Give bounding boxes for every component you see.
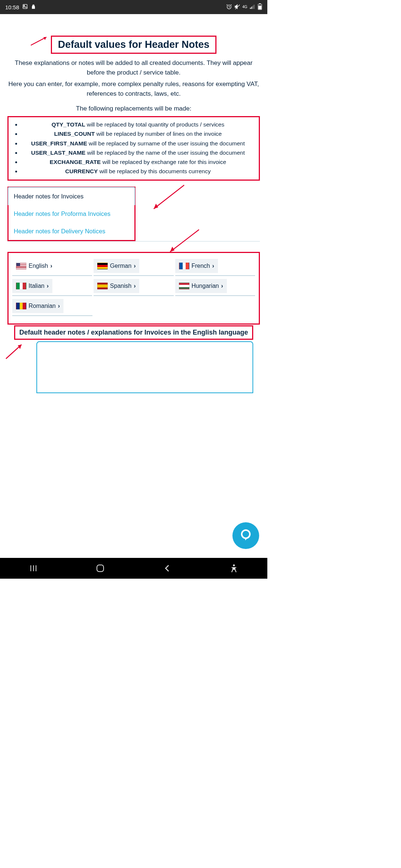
lang-english-button[interactable]: English› (12, 259, 56, 273)
tabs-section: Header notes for Invoices Header notes f… (7, 187, 260, 241)
svg-rect-9 (259, 3, 261, 4)
network-label: 4G (242, 5, 247, 9)
replacements-intro: The following replacements will be made: (3, 105, 264, 112)
annotation-arrow-icon (163, 228, 200, 255)
svg-marker-17 (18, 345, 22, 349)
flag-de-icon (97, 263, 108, 269)
svg-rect-23 (97, 565, 104, 572)
svg-point-1 (23, 5, 25, 6)
flag-it-icon (16, 283, 26, 289)
svg-rect-4 (251, 7, 252, 9)
navigation-bar (0, 558, 267, 579)
chevron-right-icon: › (58, 303, 60, 309)
chevron-right-icon: › (134, 263, 136, 269)
tab-proforma[interactable]: Header notes for Proforma Invoices (9, 205, 134, 223)
section-subheading: Default header notes / explanations for … (14, 325, 253, 340)
svg-marker-19 (245, 537, 248, 540)
battery-icon (258, 3, 262, 11)
svg-line-12 (154, 185, 184, 209)
lang-german-button[interactable]: German› (94, 259, 139, 273)
flag-us-icon (16, 263, 26, 269)
svg-rect-0 (23, 4, 27, 9)
language-section: English› German› French› Italian› Spanis… (7, 252, 260, 325)
list-item: QTY_TOTAL will be replaced by total quan… (13, 120, 254, 129)
lang-spanish-button[interactable]: Spanish› (94, 279, 139, 293)
list-item: EXCHANGE_RATE will be replaced by exchan… (13, 158, 254, 166)
accessibility-button[interactable] (228, 563, 239, 574)
chat-icon (239, 529, 252, 543)
lang-hungarian-button[interactable]: Hungarian› (175, 279, 227, 293)
annotation-arrow-icon (4, 342, 25, 360)
list-item: CURRENCY will be replaced by this docume… (13, 167, 254, 175)
description-line-1: These explanations or notes will be adde… (6, 58, 261, 77)
annotation-arrow-icon (149, 184, 186, 213)
svg-rect-6 (254, 4, 254, 9)
tab-invoices[interactable]: Header notes for Invoices (8, 187, 135, 205)
svg-point-24 (233, 565, 235, 566)
svg-line-14 (170, 230, 199, 252)
header-notes-textarea[interactable] (36, 341, 253, 393)
flag-fr-icon (179, 263, 189, 269)
svg-rect-8 (258, 6, 261, 9)
list-item: USER_FIRST_NAME will be replaced by surn… (13, 139, 254, 148)
mute-icon (234, 4, 240, 11)
lang-french-button[interactable]: French› (175, 259, 218, 273)
chevron-right-icon: › (47, 283, 49, 289)
recents-button[interactable] (28, 563, 39, 574)
chevron-right-icon: › (134, 283, 136, 289)
annotation-arrow-icon (30, 35, 49, 46)
svg-rect-3 (250, 7, 251, 9)
tab-delivery[interactable]: Header notes for Delivery Notices (9, 223, 134, 240)
alarm-icon (226, 4, 232, 11)
app-icon (31, 4, 36, 10)
chat-button[interactable] (232, 522, 259, 549)
page-description: These explanations or notes will be adde… (3, 58, 264, 98)
status-time: 10:58 (5, 4, 19, 10)
flag-hu-icon (179, 283, 189, 289)
image-icon (22, 4, 28, 10)
back-button[interactable] (162, 563, 173, 574)
chevron-right-icon: › (50, 263, 52, 269)
page-title: Default values for Header Notes (51, 36, 216, 54)
lang-italian-button[interactable]: Italian› (12, 279, 52, 293)
list-item: USER_LAST_NAME will be replaced by the n… (13, 148, 254, 157)
replacements-list: QTY_TOTAL will be replaced by total quan… (7, 116, 260, 181)
main-content: Default values for Header Notes These ex… (0, 14, 267, 558)
list-item: LINES_COUNT will be replaced by number o… (13, 129, 254, 138)
svg-point-18 (242, 530, 250, 538)
description-line-2: Here you can enter, for example, more co… (6, 79, 261, 98)
chevron-right-icon: › (221, 283, 223, 289)
status-bar: 10:58 4G (0, 0, 267, 14)
flag-es-icon (97, 283, 108, 289)
chevron-right-icon: › (212, 263, 214, 269)
svg-rect-5 (252, 6, 253, 9)
home-button[interactable] (95, 563, 106, 574)
lang-romanian-button[interactable]: Romanian› (12, 299, 63, 313)
signal-icon (250, 4, 255, 11)
flag-ro-icon (16, 303, 26, 309)
